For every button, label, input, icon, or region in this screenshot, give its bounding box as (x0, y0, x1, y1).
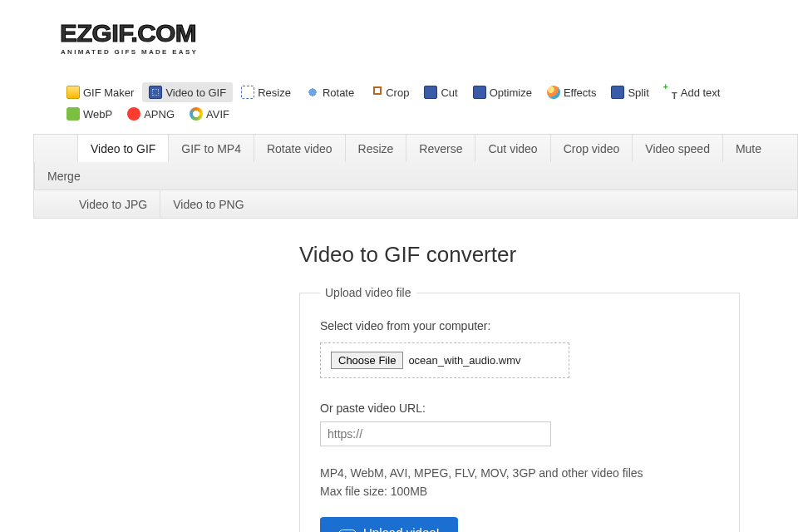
avif-icon (190, 107, 203, 121)
upload-video-button[interactable]: Upload video! (320, 517, 458, 532)
tab-crop-video[interactable]: Crop video (550, 135, 633, 162)
tab-video-to-jpg[interactable]: Video to JPG (67, 190, 160, 218)
nav-cut-label: Cut (441, 86, 457, 99)
logo-main-text: EZGIF.COM (60, 20, 798, 47)
tab-mute[interactable]: Mute (722, 135, 774, 162)
nav-apng-label: APNG (144, 108, 175, 121)
cut-icon (424, 86, 437, 99)
nav-avif[interactable]: AVIF (183, 104, 236, 124)
nav-crop-label: Crop (386, 86, 409, 99)
file-input-area[interactable]: Choose File ocean_with_audio.wmv (320, 342, 569, 378)
upload-legend: Upload video file (320, 286, 416, 299)
nav-effects[interactable]: Effects (540, 82, 603, 102)
select-video-label: Select video from your computer: (320, 319, 719, 332)
split-icon (611, 86, 624, 99)
gif-maker-icon (66, 86, 80, 99)
nav-webp[interactable]: WebP (60, 104, 119, 124)
add-text-icon (664, 86, 677, 99)
nav-split-label: Split (628, 86, 648, 99)
nav-video-to-gif[interactable]: Video to GIF (142, 82, 233, 102)
video-url-input[interactable] (320, 421, 551, 446)
tab-video-speed[interactable]: Video speed (632, 135, 722, 162)
video-to-gif-icon (149, 86, 162, 99)
supported-formats-text: MP4, WebM, AVI, MPEG, FLV, MOV, 3GP and … (320, 465, 719, 500)
rotate-icon (306, 86, 319, 99)
crop-icon (369, 86, 382, 99)
nav-gif-maker[interactable]: GIF Maker (60, 82, 140, 102)
primary-nav: GIF Maker Video to GIF Resize Rotate Cro… (0, 82, 798, 124)
selected-file-name: ocean_with_audio.wmv (408, 354, 520, 367)
choose-file-button[interactable]: Choose File (331, 352, 403, 369)
nav-resize[interactable]: Resize (234, 82, 298, 102)
nav-webp-label: WebP (83, 108, 112, 121)
nav-apng[interactable]: APNG (121, 104, 181, 124)
formats-line-1: MP4, WebM, AVI, MPEG, FLV, MOV, 3GP and … (320, 465, 719, 483)
nav-gif-maker-label: GIF Maker (83, 86, 134, 99)
nav-effects-label: Effects (564, 86, 597, 99)
tab-cut-video[interactable]: Cut video (475, 135, 549, 162)
tab-rotate-video[interactable]: Rotate video (254, 135, 345, 162)
tab-video-to-png[interactable]: Video to PNG (160, 190, 256, 218)
nav-split[interactable]: Split (604, 82, 655, 102)
tab-gif-to-mp4[interactable]: GIF to MP4 (168, 135, 254, 162)
webp-icon (66, 107, 80, 121)
effects-icon (547, 86, 560, 99)
apng-icon (127, 107, 140, 121)
tab-video-to-gif[interactable]: Video to GIF (77, 135, 168, 162)
secondary-nav: Video to GIF GIF to MP4 Rotate video Res… (0, 134, 798, 219)
tab-merge[interactable]: Merge (34, 162, 93, 190)
nav-crop[interactable]: Crop (362, 82, 416, 102)
nav-optimize[interactable]: Optimize (466, 82, 539, 102)
nav-video-to-gif-label: Video to GIF (165, 86, 226, 99)
nav-add-text-label: Add text (681, 86, 721, 99)
main-content: Video to GIF converter Upload video file… (299, 242, 798, 532)
nav-optimize-label: Optimize (490, 86, 532, 99)
resize-icon (241, 86, 254, 99)
upload-button-label: Upload video! (363, 525, 440, 532)
nav-add-text[interactable]: Add text (658, 82, 727, 102)
nav-rotate-label: Rotate (323, 86, 354, 99)
tab-resize[interactable]: Resize (345, 135, 406, 162)
nav-resize-label: Resize (258, 86, 291, 99)
nav-avif-label: AVIF (206, 108, 229, 121)
nav-cut[interactable]: Cut (417, 82, 464, 102)
formats-line-2: Max file size: 100MB (320, 483, 719, 501)
nav-rotate[interactable]: Rotate (299, 82, 361, 102)
tab-reverse[interactable]: Reverse (406, 135, 475, 162)
page-title: Video to GIF converter (299, 242, 798, 268)
upload-fieldset: Upload video file Select video from your… (299, 286, 740, 532)
logo-subtitle: ANIMATED GIFS MADE EASY (61, 48, 798, 56)
paste-url-label: Or paste video URL: (320, 401, 719, 415)
cloud-upload-icon (338, 527, 355, 532)
site-logo[interactable]: EZGIF.COM ANIMATED GIFS MADE EASY (0, 0, 798, 61)
optimize-icon (473, 86, 486, 99)
